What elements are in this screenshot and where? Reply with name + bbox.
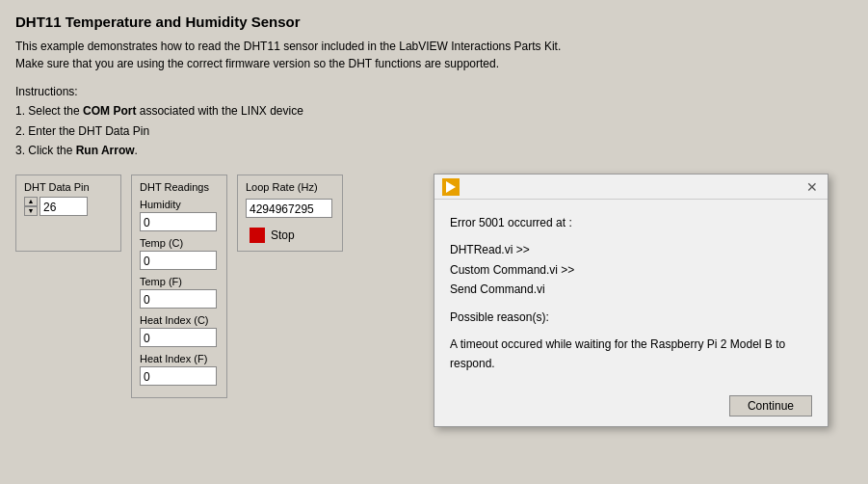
heat-index-c-group: Heat Index (C) 0 bbox=[140, 314, 219, 347]
main-container: DHT11 Temperature and Humidity Sensor Th… bbox=[0, 0, 868, 484]
dialog-titlebar: ✕ bbox=[434, 175, 828, 200]
temp-f-group: Temp (F) 0 bbox=[140, 276, 219, 309]
dht-pin-panel: DHT Data Pin ▲ ▼ 26 bbox=[15, 175, 121, 252]
temp-c-label: Temp (C) bbox=[140, 237, 219, 249]
page-title: DHT11 Temperature and Humidity Sensor bbox=[15, 13, 853, 30]
temp-f-value: 0 bbox=[140, 289, 217, 309]
instruction-3: 3. Click the Run Arrow. bbox=[15, 141, 853, 160]
trace-line1: DHTRead.vi >> bbox=[450, 240, 812, 259]
dialog-footer: Continue bbox=[434, 390, 828, 426]
dialog-body: Error 5001 occurred at : DHTRead.vi >> C… bbox=[434, 200, 828, 390]
instruction-2: 2. Enter the DHT Data Pin bbox=[15, 121, 853, 141]
loop-rate-panel: Loop Rate (Hz) 4294967295 Stop bbox=[237, 175, 343, 252]
humidity-value: 0 bbox=[140, 212, 217, 231]
instructions-header: Instructions: bbox=[15, 82, 853, 101]
temp-c-group: Temp (C) 0 bbox=[140, 237, 219, 270]
error-dialog: ✕ Error 5001 occurred at : DHTRead.vi >>… bbox=[434, 174, 829, 427]
dht-pin-value[interactable]: 26 bbox=[39, 197, 88, 216]
heat-index-f-value: 0 bbox=[140, 366, 217, 386]
description-line1: This example demonstrates how to read th… bbox=[15, 40, 561, 53]
loop-rate-value: 4294967295 bbox=[246, 199, 332, 218]
possible-reasons-label: Possible reason(s): bbox=[450, 308, 812, 327]
dialog-close-button[interactable]: ✕ bbox=[804, 180, 820, 194]
description-line2: Make sure that you are using the correct… bbox=[15, 57, 499, 70]
reason-text: A timeout occured while waiting for the … bbox=[450, 335, 812, 374]
dialog-play-icon bbox=[442, 178, 460, 196]
temp-f-label: Temp (F) bbox=[140, 276, 219, 287]
dht-pin-spinner: ▲ ▼ 26 bbox=[24, 197, 113, 216]
dht-pin-label: DHT Data Pin bbox=[24, 181, 113, 193]
error-code-text: Error 5001 occurred at : bbox=[450, 213, 812, 232]
humidity-group: Humidity 0 bbox=[140, 199, 219, 231]
heat-index-f-label: Heat Index (F) bbox=[140, 353, 219, 364]
dht-readings-title: DHT Readings bbox=[140, 181, 219, 193]
stop-button[interactable]: Stop bbox=[246, 226, 299, 245]
trace-line2: Custom Command.vi >> bbox=[450, 260, 812, 280]
loop-rate-label: Loop Rate (Hz) bbox=[246, 181, 334, 193]
spinner-down[interactable]: ▼ bbox=[24, 206, 38, 216]
play-triangle-icon bbox=[446, 181, 456, 193]
temp-c-value: 0 bbox=[140, 251, 217, 270]
humidity-label: Humidity bbox=[140, 199, 219, 210]
continue-button[interactable]: Continue bbox=[729, 395, 812, 417]
instructions: Instructions: 1. Select the COM Port ass… bbox=[15, 82, 853, 161]
trace-line3: Send Command.vi bbox=[450, 280, 812, 299]
error-trace: DHTRead.vi >> Custom Command.vi >> Send … bbox=[450, 240, 812, 299]
heat-index-c-value: 0 bbox=[140, 328, 217, 347]
spinner-up[interactable]: ▲ bbox=[24, 197, 38, 206]
description: This example demonstrates how to read th… bbox=[15, 38, 853, 72]
instruction-1: 1. Select the COM Port associated with t… bbox=[15, 101, 853, 121]
stop-label: Stop bbox=[271, 229, 295, 242]
heat-index-f-group: Heat Index (F) 0 bbox=[140, 353, 219, 386]
heat-index-c-label: Heat Index (C) bbox=[140, 314, 219, 326]
dialog-titlebar-left bbox=[442, 178, 465, 196]
dht-readings-panel: DHT Readings Humidity 0 Temp (C) 0 Temp … bbox=[131, 175, 227, 398]
spinner-buttons: ▲ ▼ bbox=[24, 197, 38, 216]
stop-icon bbox=[250, 228, 265, 243]
